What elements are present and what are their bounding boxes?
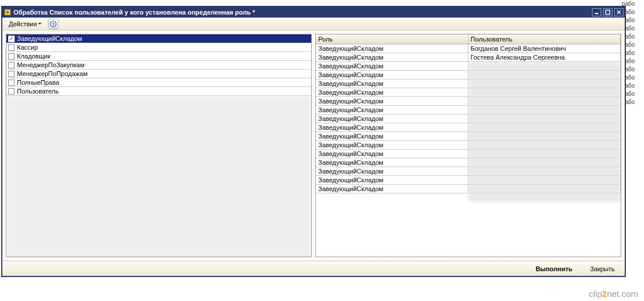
- cell-role: ЗаведующийСкладом: [316, 53, 469, 61]
- role-checkbox[interactable]: [8, 44, 15, 51]
- blurred-region: [469, 62, 621, 202]
- cell-role: ЗаведующийСкладом: [316, 158, 469, 167]
- minimize-button[interactable]: [592, 8, 601, 16]
- role-checkbox[interactable]: [8, 62, 15, 68]
- window-controls: [592, 8, 624, 16]
- role-label: Кладовщик: [17, 53, 50, 60]
- role-label: ПолныеПрава: [17, 79, 59, 86]
- cell-user: Богданов Сергей Валентинович: [469, 44, 621, 53]
- cell-role: ЗаведующийСкладом: [316, 123, 469, 132]
- cell-role: ЗаведующийСкладом: [316, 71, 469, 79]
- cell-role: ЗаведующийСкладом: [316, 88, 469, 96]
- column-header-user[interactable]: Пользователь: [469, 34, 621, 44]
- role-row[interactable]: ПолныеПрава: [6, 78, 311, 87]
- role-label: ЗаведующийСкладом: [17, 35, 82, 42]
- role-checkbox[interactable]: [8, 88, 15, 95]
- role-checkbox[interactable]: [8, 53, 15, 60]
- role-label: МенеджерПоПродажам: [17, 70, 88, 77]
- table-row[interactable]: ЗаведующийСкладомГостева Александра Серг…: [316, 53, 621, 62]
- column-header-role[interactable]: Роль: [316, 34, 469, 44]
- cell-role: ЗаведующийСкладом: [316, 106, 469, 114]
- close-button[interactable]: [614, 8, 624, 16]
- chevron-down-icon: [38, 23, 42, 25]
- role-row[interactable]: МенеджерПоЗакупкам: [6, 61, 311, 70]
- table-body: ЗаведующийСкладомБогданов Сергей Валенти…: [316, 44, 621, 257]
- help-button[interactable]: ?: [48, 19, 58, 29]
- execute-button[interactable]: Выполнить: [529, 263, 579, 275]
- role-checkbox[interactable]: [8, 71, 15, 77]
- role-row[interactable]: Кладовщик: [6, 52, 311, 61]
- app-icon: [4, 8, 12, 16]
- svg-rect-3: [606, 11, 610, 15]
- role-label: МенеджерПоЗакупкам: [17, 61, 84, 68]
- cell-role: ЗаведующийСкладом: [316, 176, 469, 184]
- cell-role: ЗаведующийСкладом: [316, 167, 469, 175]
- titlebar[interactable]: Обработка Список пользователей у кого ус…: [2, 7, 625, 18]
- actions-menu-button[interactable]: Действия: [5, 19, 46, 29]
- window-title: Обработка Список пользователей у кого ус…: [13, 9, 592, 16]
- table-header: Роль Пользователь: [316, 34, 621, 44]
- cell-role: ЗаведующийСкладом: [316, 185, 469, 193]
- roles-panel: ЗаведующийСкладомКассирКладовщикМенеджер…: [6, 34, 312, 257]
- actions-label: Действия: [9, 20, 37, 27]
- cell-role: ЗаведующийСкладом: [316, 62, 469, 70]
- blurred-region: [6, 96, 311, 257]
- toolbar: Действия ?: [2, 18, 625, 30]
- close-form-button[interactable]: Закрыть: [584, 263, 621, 275]
- table-row[interactable]: ЗаведующийСкладомБогданов Сергей Валенти…: [316, 44, 621, 53]
- cell-role: ЗаведующийСкладом: [316, 132, 469, 140]
- cell-role: ЗаведующийСкладом: [316, 150, 469, 158]
- role-label: Пользователь: [17, 88, 58, 95]
- content-area: ЗаведующийСкладомКассирКладовщикМенеджер…: [2, 30, 625, 261]
- role-row[interactable]: ЗаведующийСкладом: [6, 34, 311, 43]
- cell-role: ЗаведующийСкладом: [316, 44, 469, 53]
- role-checkbox[interactable]: [8, 36, 15, 42]
- svg-text:?: ?: [52, 22, 55, 27]
- cell-role: ЗаведующийСкладом: [316, 141, 469, 149]
- watermark: clip2net.com: [589, 289, 638, 299]
- role-row[interactable]: Пользователь: [6, 87, 311, 96]
- role-checkbox[interactable]: [8, 79, 15, 86]
- svg-point-1: [6, 11, 9, 13]
- roles-list: ЗаведующийСкладомКассирКладовщикМенеджер…: [6, 34, 311, 257]
- role-row[interactable]: Кассир: [6, 43, 311, 52]
- cell-user: Гостева Александра Сергеевна: [469, 53, 621, 61]
- users-panel: Роль Пользователь ЗаведующийСкладомБогда…: [315, 34, 621, 257]
- maximize-button[interactable]: [603, 8, 612, 16]
- cell-role: ЗаведующийСкладом: [316, 79, 469, 88]
- cell-role: ЗаведующийСкладом: [316, 115, 469, 123]
- role-row[interactable]: МенеджерПоПродажам: [6, 70, 311, 78]
- footer: Выполнить Закрыть: [2, 261, 625, 276]
- main-window: Обработка Список пользователей у кого ус…: [1, 6, 626, 277]
- role-label: Кассир: [17, 44, 38, 51]
- cell-role: ЗаведующийСкладом: [316, 97, 469, 105]
